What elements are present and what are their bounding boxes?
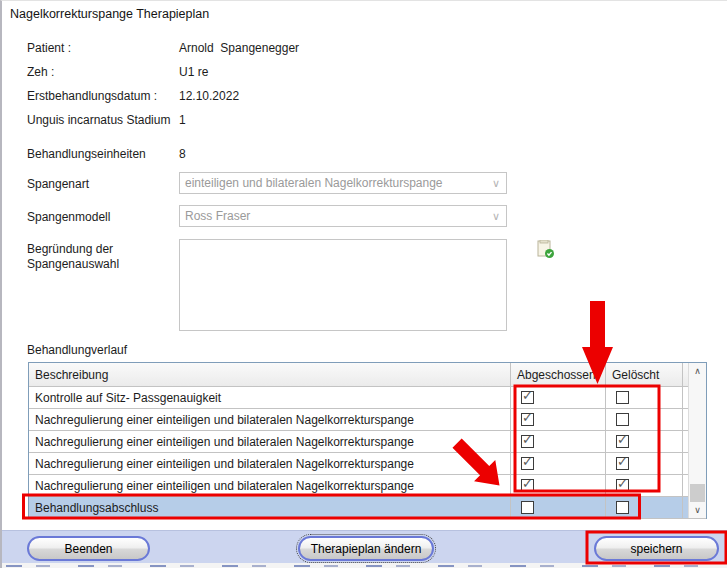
chevron-down-icon: ∨	[486, 177, 506, 190]
speichern-button[interactable]: speichern	[594, 536, 719, 561]
zeh-value: U1 re	[179, 65, 208, 79]
spangenmodell-label: Spangenmodell	[27, 210, 110, 224]
background-window-strip	[2, 563, 727, 568]
checkbox-abgeschossen[interactable]	[521, 479, 534, 492]
background-window-artifacts	[6, 565, 723, 567]
begruendung-textarea[interactable]	[179, 239, 507, 331]
row-description: Kontrolle auf Sitz- Passgenauigkeit	[29, 387, 511, 408]
unguis-stadium-value: 1	[179, 113, 186, 127]
scrollbar-thumb[interactable]	[690, 484, 705, 502]
table-row[interactable]: Nachregulierung einer einteiligen und bi…	[29, 431, 706, 453]
vertical-scrollbar[interactable]: ∧ ∨	[688, 363, 706, 518]
beenden-button[interactable]: Beenden	[27, 536, 150, 561]
checkbox-geloescht[interactable]	[616, 435, 629, 448]
table-row[interactable]: Nachregulierung einer einteiligen und bi…	[29, 453, 706, 475]
table-row[interactable]: Nachregulierung einer einteiligen und bi…	[29, 409, 706, 431]
behandlungseinheiten-label: Behandlungseinheiten	[27, 147, 146, 161]
table-header-row: Beschreibung Abgeschossen Gelöscht	[29, 363, 706, 387]
erstbehandlungsdatum-value: 12.10.2022	[179, 89, 239, 103]
spangenmodell-select[interactable]: Ross Fraser ∨	[179, 205, 507, 227]
scroll-up-icon[interactable]: ∧	[689, 363, 706, 379]
column-header-beschreibung[interactable]: Beschreibung	[29, 363, 511, 386]
column-header-abgeschossen[interactable]: Abgeschossen	[511, 363, 606, 386]
begruendung-label: Begründung der Spangenauswahl	[27, 242, 145, 272]
behandlungverlauf-table: Beschreibung Abgeschossen Gelöscht Kontr…	[28, 362, 707, 519]
behandlungseinheiten-value: 8	[179, 147, 186, 161]
checkbox-geloescht[interactable]	[616, 413, 629, 426]
patient-label: Patient :	[27, 41, 71, 55]
row-description: Nachregulierung einer einteiligen und bi…	[29, 475, 511, 496]
unguis-stadium-label: Unguis incarnatus Stadium	[27, 113, 170, 127]
column-header-geloescht[interactable]: Gelöscht	[606, 363, 683, 386]
behandlungverlauf-section-label: Behandlungverlauf	[27, 343, 127, 357]
checkbox-geloescht[interactable]	[616, 457, 629, 470]
table-row[interactable]: Nachregulierung einer einteiligen und bi…	[29, 475, 706, 497]
checkbox-abgeschossen[interactable]	[521, 501, 534, 514]
checkbox-geloescht[interactable]	[616, 501, 629, 514]
spangenart-selected-value: einteiligen und bilateralen Nagelkorrekt…	[180, 176, 486, 190]
table-row[interactable]: Kontrolle auf Sitz- Passgenauigkeit	[29, 387, 706, 409]
spangenart-label: Spangenart	[27, 177, 89, 191]
chevron-down-icon: ∨	[486, 210, 506, 223]
checkbox-abgeschossen[interactable]	[521, 435, 534, 448]
erstbehandlungsdatum-label: Erstbehandlungsdatum :	[27, 89, 157, 103]
spangenart-select[interactable]: einteiligen und bilateralen Nagelkorrekt…	[179, 172, 507, 194]
checkbox-abgeschossen[interactable]	[521, 391, 534, 404]
row-description: Behandlungsabschluss	[29, 497, 511, 518]
spangenmodell-selected-value: Ross Fraser	[180, 209, 486, 223]
window-title: Nagelkorrekturspange Therapieplan	[10, 7, 209, 21]
clipboard-check-icon[interactable]	[537, 240, 555, 259]
therapieplan-dialog: Nagelkorrekturspange Therapieplan Patien…	[0, 0, 727, 568]
row-description: Nachregulierung einer einteiligen und bi…	[29, 409, 511, 430]
zeh-label: Zeh :	[27, 65, 54, 79]
checkbox-geloescht[interactable]	[616, 391, 629, 404]
checkbox-abgeschossen[interactable]	[521, 457, 534, 470]
patient-value: Arnold Spangenegger	[179, 41, 299, 55]
row-description: Nachregulierung einer einteiligen und bi…	[29, 431, 511, 452]
row-description: Nachregulierung einer einteiligen und bi…	[29, 453, 511, 474]
scroll-down-icon[interactable]: ∨	[689, 502, 706, 518]
checkbox-geloescht[interactable]	[616, 479, 629, 492]
therapieplan-aendern-button[interactable]: Therapieplan ändern	[298, 536, 434, 561]
table-row-behandlungsabschluss[interactable]: Behandlungsabschluss	[29, 497, 706, 519]
checkbox-abgeschossen[interactable]	[521, 413, 534, 426]
